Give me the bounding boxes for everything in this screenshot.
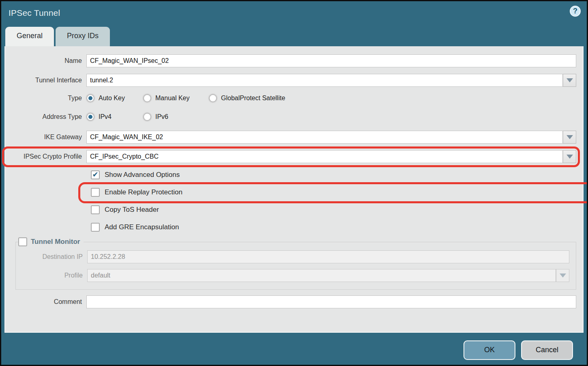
add-gre-encapsulation-checkbox[interactable] [91,223,100,232]
tunnel-monitor-legend: Tunnel Monitor [18,237,84,246]
type-option-auto-key-label: Auto Key [99,95,125,102]
destination-ip-row: Destination IP 10.252.2.28 [16,250,569,263]
enable-replay-protection-checkbox[interactable] [91,188,100,197]
address-type-label: Address Type [5,113,86,121]
ipsec-crypto-profile-row: IPSec Crypto Profile CF_IPsec_Crypto_CBC [5,150,576,163]
enable-replay-protection-row[interactable]: Enable Replay Protection [91,188,583,197]
type-option-manual-key-label: Manual Key [155,95,190,102]
type-option-auto-key[interactable]: Auto Key [86,94,143,102]
ike-gateway-row: IKE Gateway CF_Magic_WAN_IKE_02 [5,131,576,144]
copy-tos-header-row[interactable]: Copy ToS Header [91,205,583,214]
destination-ip-label: Destination IP [16,253,87,261]
add-gre-encapsulation-label: Add GRE Encapsulation [105,223,179,231]
tab-proxy-ids[interactable]: Proxy IDs [56,27,110,46]
chevron-down-icon [567,135,573,139]
type-option-globalprotect-satellite[interactable]: GlobalProtect Satellite [209,94,285,102]
tunnel-interface-dropdown-button[interactable] [563,74,576,87]
type-row: Type Auto Key Manual Key GlobalProtect S… [5,94,576,102]
tunnel-monitor-label: Tunnel Monitor [31,238,80,246]
chevron-down-icon [560,273,566,278]
tab-proxy-ids-label: Proxy IDs [67,32,99,40]
dialog-title: IPSec Tunnel [1,1,587,18]
enable-replay-protection-label: Enable Replay Protection [105,188,182,196]
tunnel-monitor-checkbox[interactable] [18,237,27,246]
address-type-option-ipv6[interactable]: IPv6 [143,113,200,121]
ike-gateway-input[interactable]: CF_Magic_WAN_IKE_02 [86,131,563,144]
show-advanced-options-row[interactable]: Show Advanced Options [91,170,583,179]
tab-general[interactable]: General [5,27,54,46]
tunnel-interface-input[interactable]: tunnel.2 [86,74,563,87]
comment-row: Comment [5,295,576,308]
titlebar: IPSec Tunnel ? [1,1,587,27]
profile-row: Profile default [16,269,569,282]
profile-input: default [87,269,556,282]
type-option-manual-key[interactable]: Manual Key [143,94,209,102]
comment-label: Comment [5,298,86,306]
name-label: Name [5,57,86,65]
name-input[interactable]: CF_Magic_WAN_IPsec_02 [86,54,576,67]
cancel-button-label: Cancel [536,346,558,354]
radio-auto-key[interactable] [86,94,94,102]
type-label: Type [5,95,86,102]
ipsec-crypto-profile-dropdown-button[interactable] [563,150,576,163]
profile-dropdown-button [556,269,569,282]
radio-ipv4[interactable] [86,113,94,121]
chevron-down-icon [567,78,573,82]
radio-ipv6[interactable] [143,113,151,121]
destination-ip-input: 10.252.2.28 [87,250,569,263]
ipsec-crypto-profile-label: IPSec Crypto Profile [5,153,86,160]
add-gre-encapsulation-row[interactable]: Add GRE Encapsulation [91,223,583,232]
show-advanced-options-checkbox[interactable] [91,170,100,179]
type-option-globalprotect-satellite-label: GlobalProtect Satellite [221,95,285,102]
help-glyph: ? [573,7,577,15]
address-type-option-ipv6-label: IPv6 [155,113,168,121]
cancel-button[interactable]: Cancel [521,340,573,360]
comment-input[interactable] [86,295,576,308]
address-type-option-ipv4-label: IPv4 [99,113,112,121]
dialog-footer: OK Cancel [1,333,587,366]
name-row: Name CF_Magic_WAN_IPsec_02 [5,54,576,67]
chevron-down-icon [567,155,573,159]
tunnel-interface-label: Tunnel Interface [5,77,86,84]
tab-bar: General Proxy IDs [1,27,587,46]
address-type-row: Address Type IPv4 IPv6 [5,113,576,121]
copy-tos-header-checkbox[interactable] [91,205,100,214]
copy-tos-header-label: Copy ToS Header [105,206,159,214]
ike-gateway-label: IKE Gateway [5,133,86,141]
radio-manual-key[interactable] [143,94,151,102]
show-advanced-options-label: Show Advanced Options [105,171,180,179]
address-type-option-ipv4[interactable]: IPv4 [86,113,143,121]
tunnel-monitor-section: Tunnel Monitor Destination IP 10.252.2.2… [15,237,576,290]
ipsec-tunnel-dialog: IPSec Tunnel ? General Proxy IDs Name CF… [0,0,588,366]
general-tab-panel: Name CF_Magic_WAN_IPsec_02 Tunnel Interf… [4,46,584,333]
ok-button-label: OK [484,346,495,354]
ike-gateway-dropdown-button[interactable] [563,131,576,144]
ipsec-crypto-profile-input[interactable]: CF_IPsec_Crypto_CBC [86,150,563,163]
profile-label: Profile [16,272,87,279]
tab-general-label: General [17,32,43,40]
tunnel-interface-row: Tunnel Interface tunnel.2 [5,74,576,87]
radio-globalprotect-satellite[interactable] [209,94,217,102]
help-icon[interactable]: ? [570,6,581,17]
ok-button[interactable]: OK [464,340,515,360]
